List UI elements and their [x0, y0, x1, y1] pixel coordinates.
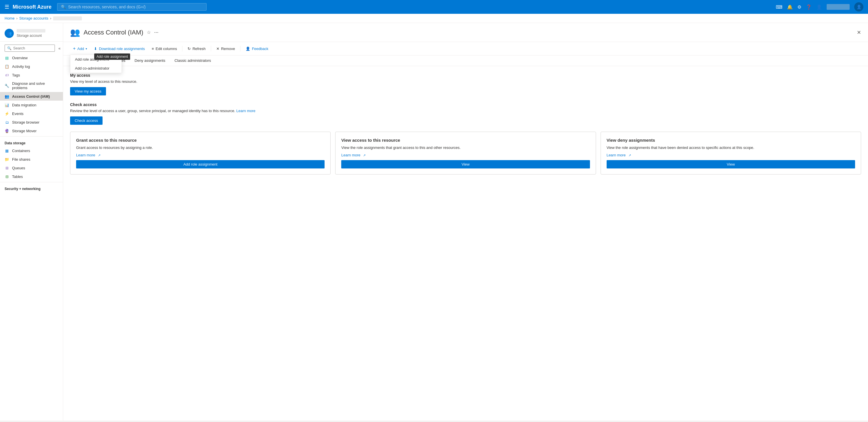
queues-icon: ⊞ [5, 166, 9, 170]
remove-label: Remove [221, 47, 235, 51]
sidebar-item-label-migration: Data migration [12, 103, 36, 107]
view-deny-card-desc: View the role assignments that have been… [607, 145, 855, 150]
sidebar-search-input[interactable] [13, 46, 52, 50]
breadcrumb: Home › Storage accounts › [0, 14, 868, 23]
page-header: 👥 Access Control (IAM) ☆ ··· ✕ [63, 23, 868, 42]
content-area: 👥 Access Control (IAM) ☆ ··· ✕ + Add ▾ A… [63, 23, 868, 421]
check-access-title: Check access [70, 102, 861, 107]
content-body: My access View my level of access to thi… [63, 66, 868, 181]
search-input[interactable] [68, 5, 203, 9]
app-logo: Microsoft Azure [13, 4, 52, 10]
search-bar[interactable]: 🔍 [57, 3, 207, 11]
bell-icon[interactable]: 🔔 [787, 4, 793, 10]
browser-icon: 🗂 [5, 120, 9, 124]
account-icon: 👥 [5, 29, 14, 38]
sidebar-divider [0, 136, 63, 137]
avatar[interactable]: 👤 [854, 2, 863, 11]
check-access-section: Check access Review the level of access … [70, 102, 861, 125]
sidebar-item-label-tags: Tags [12, 73, 20, 77]
sidebar-item-tables[interactable]: ⊟ Tables [0, 172, 63, 181]
refresh-button[interactable]: ↻ Refresh [185, 45, 209, 53]
search-icon: 🔍 [61, 5, 66, 9]
cards-row: Grant access to this resource Grant acce… [70, 132, 861, 174]
columns-icon: ≡ [152, 47, 154, 51]
check-access-desc-text: Review the level of access a user, group… [70, 109, 237, 113]
feedback-button[interactable]: 👤 Feedback [243, 45, 271, 53]
sidebar-search[interactable]: 🔍 [5, 45, 55, 52]
user-name[interactable] [827, 4, 849, 10]
sidebar-item-queues[interactable]: ⊞ Queues [0, 164, 63, 172]
tab-classic-admins[interactable]: Classic administrators [170, 55, 215, 66]
add-chevron-icon: ▾ [86, 47, 87, 50]
data-storage-section-label: Data storage [0, 138, 63, 146]
edit-columns-button[interactable]: ≡ Edit columns [149, 45, 180, 53]
sidebar-item-data-migration[interactable]: 📊 Data migration [0, 101, 63, 109]
add-label: Add [77, 47, 84, 51]
edit-columns-label: Edit columns [156, 47, 177, 51]
person-icon[interactable]: 👤 [816, 4, 822, 10]
favorite-icon[interactable]: ☆ [147, 30, 151, 35]
sidebar-item-label-overview: Overview [12, 56, 28, 60]
sidebar-item-file-shares[interactable]: 📁 File shares [0, 155, 63, 164]
view-deny-external-link-icon [628, 154, 631, 157]
view-access-learn-more-text: Learn more [341, 153, 360, 157]
view-access-card: View access to this resource View the ro… [335, 132, 596, 174]
breadcrumb-home[interactable]: Home [5, 16, 14, 21]
check-access-button[interactable]: Check access [70, 116, 102, 125]
grant-access-external-link-icon [97, 154, 100, 157]
sidebar-item-overview[interactable]: ▤ Overview [0, 54, 63, 62]
security-section-label: Security + networking [0, 184, 63, 192]
grant-access-learn-more-link[interactable]: Learn more [76, 153, 100, 157]
hamburger-icon[interactable]: ☰ [5, 4, 9, 10]
download-icon: ⬇ [94, 47, 97, 51]
view-access-learn-more-link[interactable]: Learn more [341, 153, 366, 157]
remove-button[interactable]: ✕ Remove [213, 45, 238, 53]
terminal-icon[interactable]: ⌨ [776, 4, 782, 10]
sidebar-item-iam[interactable]: 👥 Access Control (IAM) [0, 92, 63, 101]
add-button[interactable]: + Add ▾ [70, 44, 90, 53]
check-access-description: Review the level of access a user, group… [70, 109, 861, 113]
dropdown-item-add-coadmin[interactable]: Add co-administrator [70, 64, 122, 73]
check-access-learn-more-link[interactable]: Learn more [237, 109, 255, 113]
sidebar-item-label-queues: Queues [12, 166, 25, 170]
add-role-assignment-button[interactable]: Add role assignment [76, 160, 324, 168]
view-access-card-title: View access to this resource [341, 138, 590, 143]
refresh-icon: ↻ [188, 47, 191, 51]
help-icon[interactable]: ❓ [806, 4, 812, 10]
sidebar-item-events[interactable]: ⚡ Events [0, 109, 63, 118]
breadcrumb-storage-accounts[interactable]: Storage accounts [19, 16, 48, 21]
view-deny-button[interactable]: View [607, 160, 855, 168]
more-options-icon[interactable]: ··· [154, 29, 159, 35]
account-label: Storage account [17, 34, 45, 38]
toolbar-sep-2 [211, 46, 211, 52]
sidebar-item-activity-log[interactable]: 📋 Activity log [0, 62, 63, 71]
diagnose-icon: 🔧 [5, 83, 9, 88]
view-deny-learn-more-link[interactable]: Learn more [607, 153, 631, 157]
my-access-title: My access [70, 73, 861, 78]
view-access-button[interactable]: View [341, 160, 590, 168]
sidebar-search-icon: 🔍 [7, 46, 11, 50]
sidebar-collapse-button[interactable]: « [58, 46, 61, 51]
sidebar-item-storage-mover[interactable]: 🔮 Storage Mover [0, 126, 63, 135]
my-access-description: View my level of access to this resource… [70, 79, 861, 84]
dropdown-item-add-role[interactable]: Add role assignment [70, 55, 122, 64]
main-layout: 👥 Storage account 🔍 « ▤ Overview 📋 Activ… [0, 23, 868, 421]
sidebar-item-storage-browser[interactable]: 🗂 Storage browser [0, 118, 63, 126]
grant-access-learn-more-text: Learn more [76, 153, 95, 157]
view-access-card-desc: View the role assignments that grant acc… [341, 145, 590, 150]
feedback-icon: 👤 [246, 47, 250, 51]
view-deny-card: View deny assignments View the role assi… [600, 132, 861, 174]
download-button[interactable]: ⬇ Download role assignments [91, 45, 148, 53]
tab-deny-assignments[interactable]: Deny assignments [130, 55, 170, 66]
sidebar-item-diagnose[interactable]: 🔧 Diagnose and solve problems [0, 79, 63, 92]
sidebar-item-containers[interactable]: ▦ Containers [0, 146, 63, 155]
overview-icon: ▤ [5, 55, 9, 60]
view-access-external-link-icon [362, 154, 366, 157]
topbar: ☰ Microsoft Azure 🔍 ⌨ 🔔 ⚙ ❓ 👤 👤 [0, 0, 868, 14]
close-button[interactable]: ✕ [857, 29, 861, 36]
sidebar-item-label-activity: Activity log [12, 64, 30, 69]
view-my-access-button[interactable]: View my access [70, 87, 106, 95]
toolbar: + Add ▾ Add role assignment Add co-admin… [63, 42, 868, 55]
sidebar-item-tags[interactable]: 🏷 Tags [0, 71, 63, 79]
settings-icon[interactable]: ⚙ [797, 4, 801, 10]
